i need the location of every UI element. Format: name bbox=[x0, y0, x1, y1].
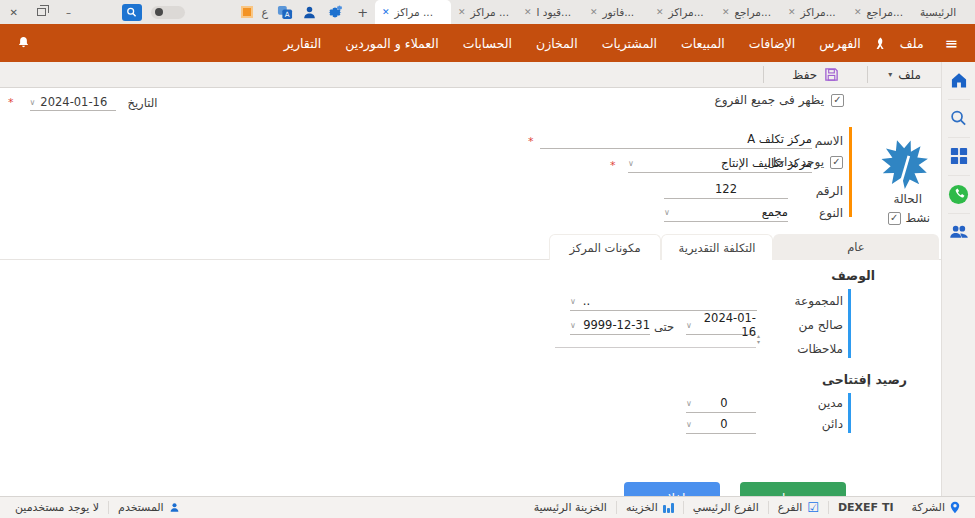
tab-cost-centers-2[interactable]: ✕ مراكز ... bbox=[451, 0, 517, 24]
statusbar-left-group: المستخدم لا يوجد مستخدمين bbox=[6, 501, 189, 514]
statusbar-divider bbox=[616, 501, 617, 514]
menu-reports[interactable]: التقارير bbox=[272, 36, 334, 51]
checkbox-checked-icon[interactable]: ✓ bbox=[830, 156, 843, 169]
menu-purchases[interactable]: المشتريات bbox=[590, 36, 669, 51]
chevron-down-icon[interactable]: ∨ bbox=[628, 159, 634, 168]
menu-addons[interactable]: الإضافات bbox=[737, 36, 808, 51]
tab-estimated-cost[interactable]: التكلفة التقديرية bbox=[661, 234, 773, 260]
checked-box-icon: ☑ bbox=[807, 501, 819, 514]
status-active-checkbox[interactable]: ✓ نشط bbox=[888, 211, 930, 225]
chevron-down-icon[interactable]: ∨ bbox=[30, 98, 36, 107]
window-restore-button[interactable] bbox=[27, 0, 54, 24]
statusbar-main-branch[interactable]: الفرع الرئيسي bbox=[684, 501, 768, 514]
group-select[interactable]: ∨ .. bbox=[570, 292, 757, 311]
window-minimize-button[interactable]: – bbox=[55, 0, 82, 24]
hamburger-menu-button[interactable]: ≡ bbox=[936, 34, 967, 53]
credit-input[interactable]: ∨ 0 bbox=[686, 415, 756, 434]
company-logo bbox=[878, 138, 932, 195]
tab-label: مراكز... bbox=[669, 6, 704, 18]
tab-close-icon[interactable]: ✕ bbox=[524, 7, 532, 17]
global-search-button[interactable] bbox=[122, 4, 141, 21]
tab-general[interactable]: عام bbox=[773, 234, 939, 260]
tab-home[interactable]: الرئيسية bbox=[913, 0, 975, 24]
sidebar-contacts-button[interactable] bbox=[949, 220, 969, 244]
tab-cost-centers-3[interactable]: ✕ مراكز... bbox=[649, 0, 715, 24]
sidebar-home-button[interactable] bbox=[949, 68, 969, 92]
name-value: مركز تكلف A bbox=[747, 132, 812, 146]
tab-cost-centers-active[interactable]: ✕ مراكز ... bbox=[375, 0, 451, 24]
spin-down-icon[interactable]: ▾ bbox=[757, 339, 760, 345]
menu-sales[interactable]: المبيعات bbox=[669, 36, 737, 51]
tab-close-icon[interactable]: ✕ bbox=[788, 7, 796, 17]
chevron-down-icon[interactable]: ∨ bbox=[570, 297, 576, 306]
sidebar-apps-button[interactable] bbox=[950, 144, 968, 168]
debit-value: 0 bbox=[692, 396, 756, 410]
language-badge[interactable]: ع bbox=[262, 6, 269, 19]
tab-entries[interactable]: ✕ قيود ا... bbox=[517, 0, 583, 24]
maple-leaf-icon bbox=[878, 138, 932, 192]
user-account-button[interactable] bbox=[302, 5, 317, 20]
type-select[interactable]: مجمع ∨ bbox=[664, 203, 788, 222]
tab-close-icon[interactable]: ✕ bbox=[656, 7, 664, 17]
statusbar-main-treasury[interactable]: الخزينة الرئيسية bbox=[525, 501, 616, 514]
tab-center-components[interactable]: مكونات المركز bbox=[549, 234, 661, 260]
cost-center-form: ✓ يظهر فى جميع الفروع * ∨ 2024-01-16 الت… bbox=[0, 88, 941, 496]
menu-clients-suppliers[interactable]: العملاء و الموردين bbox=[333, 36, 450, 51]
section-accent-bar bbox=[848, 289, 851, 358]
notes-spinner[interactable]: ▴ ▾ bbox=[757, 333, 760, 345]
theme-toggle[interactable] bbox=[151, 6, 186, 19]
valid-from-input[interactable]: 2024-01-16 ∨ bbox=[686, 316, 756, 335]
chevron-down-icon[interactable]: ∨ bbox=[686, 321, 692, 330]
notifications-button[interactable] bbox=[8, 35, 39, 51]
new-tab-button[interactable]: + bbox=[356, 5, 369, 20]
tab-close-icon[interactable]: ✕ bbox=[722, 7, 730, 17]
save-button-toolbar[interactable]: حفظ bbox=[764, 67, 867, 82]
save-button[interactable]: حفظ bbox=[740, 482, 846, 496]
menu-index[interactable]: الفهرس bbox=[807, 36, 873, 51]
valid-to-input[interactable]: 9999-12-31 ∨ bbox=[570, 316, 650, 335]
translate-button[interactable]: A bbox=[277, 5, 293, 20]
statusbar-divider bbox=[108, 501, 109, 514]
menu-file[interactable]: ملف bbox=[888, 36, 936, 51]
tab-close-icon[interactable]: ✕ bbox=[854, 7, 862, 17]
right-sidebar bbox=[941, 62, 975, 496]
menu-accounts[interactable]: الحسابات bbox=[451, 36, 524, 51]
checkbox-checked-icon[interactable]: ✓ bbox=[888, 212, 901, 225]
chevron-down-icon[interactable]: ∨ bbox=[664, 208, 670, 217]
close-button[interactable]: اغلاق bbox=[624, 482, 720, 496]
file-dropdown[interactable]: ملف ▾ bbox=[868, 68, 941, 82]
statusbar-user[interactable]: المستخدم bbox=[109, 501, 189, 514]
parent-select[interactable]: مركز تكاليف الإنتاج ∨ bbox=[628, 154, 812, 173]
statusbar-company[interactable]: الشركة bbox=[903, 501, 969, 514]
tab-cost-centers-4[interactable]: ✕ مراكز... bbox=[781, 0, 847, 24]
name-label: الاسم bbox=[815, 134, 843, 148]
tab-review-2[interactable]: ✕ مراجع... bbox=[847, 0, 913, 24]
file-dropdown-label: ملف bbox=[898, 68, 921, 82]
debit-input[interactable]: ∨ 0 bbox=[686, 394, 756, 413]
sidebar-search-button[interactable] bbox=[949, 106, 968, 130]
checkbox-checked-icon[interactable]: ✓ bbox=[831, 94, 844, 107]
sidebar-divider bbox=[948, 175, 970, 176]
window-close-button[interactable]: ✕ bbox=[0, 0, 27, 24]
tab-review-1[interactable]: ✕ مراجع... bbox=[715, 0, 781, 24]
date-field-group: * ∨ 2024-01-16 التاريخ bbox=[8, 94, 157, 111]
statusbar-branch[interactable]: ☑ الفرع bbox=[769, 501, 828, 514]
location-pin-icon bbox=[950, 501, 960, 514]
name-input[interactable]: مركز تكلف A bbox=[540, 130, 812, 149]
person-icon bbox=[302, 5, 317, 20]
sidebar-whatsapp-button[interactable] bbox=[948, 182, 969, 206]
number-input[interactable]: 122 bbox=[664, 180, 788, 199]
show-all-branches-checkbox[interactable]: ✓ يظهر فى جميع الفروع bbox=[714, 93, 844, 107]
statusbar-treasury[interactable]: الخزينه bbox=[617, 501, 683, 514]
settings-button[interactable] bbox=[326, 4, 344, 21]
chevron-down-icon[interactable]: ∨ bbox=[570, 321, 576, 330]
color-swatch-icon[interactable] bbox=[241, 6, 252, 18]
tab-close-icon[interactable]: ✕ bbox=[590, 7, 598, 17]
date-input[interactable]: ∨ 2024-01-16 bbox=[30, 94, 116, 111]
tab-invoice[interactable]: ✕ فاتور... bbox=[583, 0, 649, 24]
tab-close-icon[interactable]: ✕ bbox=[382, 7, 390, 17]
menu-warehouses[interactable]: المخازن bbox=[524, 36, 590, 51]
tab-close-icon[interactable]: ✕ bbox=[458, 7, 466, 17]
notes-label: ملاحظات bbox=[797, 342, 843, 356]
notes-textarea[interactable] bbox=[555, 334, 756, 348]
